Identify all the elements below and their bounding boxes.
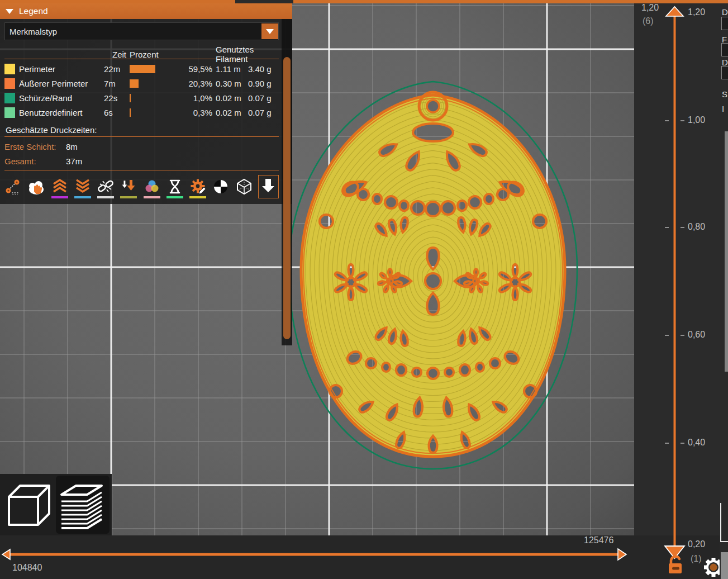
divider <box>4 136 279 137</box>
gcode-viewer-window: Legend Merkmalstyp Zeit Prozent Genutzte… <box>0 0 728 579</box>
feature-used-m: 0.02 m <box>216 108 248 117</box>
feature-color-swatch <box>4 64 15 74</box>
slider-bottom-layer-number: (1) <box>691 554 702 564</box>
slider-top-height: 1,20 <box>641 3 659 13</box>
first-layer-row: Erste Schicht: 8m <box>4 139 279 154</box>
icon-underline <box>28 196 45 198</box>
feature-type-selected: Merkmalstyp <box>9 27 57 36</box>
column-filament: Genutztes Filament <box>216 45 277 64</box>
color-changes-icon[interactable] <box>143 176 161 198</box>
cutoff-label: I <box>722 104 724 113</box>
center-of-gravity-icon[interactable] <box>212 176 230 198</box>
cutoff-scrollbar[interactable] <box>725 131 728 372</box>
cutoff-box-fragment <box>720 503 728 542</box>
slider-bottom-height: 0,20 <box>688 539 705 549</box>
feature-bar <box>129 65 184 73</box>
divider <box>4 170 279 170</box>
feature-used-m: 1.11 m <box>216 64 248 74</box>
custom-gcode-icon[interactable] <box>189 176 207 198</box>
feature-percent: 0,3% <box>184 108 216 117</box>
total-time-row: Gesamt: 37m <box>4 154 279 168</box>
cutoff-label: S <box>722 89 727 99</box>
first-layer-label: Erste Schicht: <box>4 142 66 151</box>
cutoff-corner-scrollbar[interactable] <box>721 552 728 579</box>
collapse-triangle-icon <box>6 9 13 14</box>
shells-icon[interactable] <box>235 176 253 198</box>
legend-panel: Legend Merkmalstyp Zeit Prozent Genutzte… <box>0 3 292 204</box>
icon-underline <box>120 196 137 198</box>
feature-bar <box>129 108 184 117</box>
legend-row[interactable]: Äußerer Perimeter7m20,3%0.30 m0.90 g <box>4 76 279 91</box>
tick-label-top: 1,20 <box>688 7 705 17</box>
icon-underline <box>5 196 22 198</box>
total-time-value: 37m <box>66 156 82 166</box>
travel-moves-icon[interactable] <box>4 176 22 198</box>
feature-label: Benutzerdefiniert <box>19 108 103 117</box>
legend-scrollbar-track[interactable] <box>282 19 292 345</box>
icon-underline <box>166 196 183 198</box>
feature-percent: 20,3% <box>184 79 216 88</box>
feature-label: Schürze/Rand <box>19 93 103 103</box>
feature-time: 22m <box>103 64 129 74</box>
feature-used-g: 3.40 g <box>248 64 277 74</box>
unlock-icon[interactable] <box>666 554 685 577</box>
feature-percent: 1,0% <box>184 93 216 103</box>
tool-changes-icon[interactable] <box>120 176 137 198</box>
feature-label: Perimeter <box>19 64 103 74</box>
legend-title: Legend <box>19 6 48 16</box>
cutoff-input-fragment[interactable] <box>721 43 728 56</box>
legend-column-headers: Zeit Prozent Genutztes Filament <box>4 45 279 57</box>
slider-top-layer-number: (6) <box>643 16 654 26</box>
feature-percent: 59,5% <box>184 64 216 74</box>
tick-label: 1,00 <box>688 115 705 125</box>
dropdown-button[interactable] <box>261 23 278 39</box>
estimated-times-title: Geschätzte Druckzeiten: <box>6 125 279 135</box>
feature-label: Äußerer Perimeter <box>19 79 103 88</box>
feature-used-g: 0.07 g <box>248 108 277 117</box>
legend-header[interactable]: Legend <box>0 3 292 19</box>
feature-used-g: 0.07 g <box>248 93 277 103</box>
icon-underline <box>189 196 206 198</box>
tool-marker-icon[interactable] <box>258 175 279 198</box>
column-percent: Prozent <box>129 50 184 59</box>
feature-bar <box>129 79 184 88</box>
icon-underline <box>212 196 229 198</box>
icon-underline <box>236 196 253 198</box>
feature-used-g: 0.90 g <box>248 79 277 88</box>
feature-used-m: 0.02 m <box>216 93 248 103</box>
feature-used-m: 0.30 m <box>216 79 248 88</box>
first-layer-value: 8m <box>66 142 78 151</box>
deretractions-icon[interactable] <box>74 176 92 198</box>
total-time-label: Gesamt: <box>4 156 66 166</box>
feature-color-swatch <box>4 107 15 118</box>
pause-prints-icon[interactable] <box>166 176 184 198</box>
feature-color-swatch <box>4 93 15 103</box>
icon-underline <box>74 196 91 198</box>
cutoff-input-fragment[interactable] <box>721 17 728 30</box>
icon-underline <box>51 196 68 198</box>
chevron-down-icon <box>266 29 274 34</box>
wipe-icon[interactable] <box>27 176 45 198</box>
legend-body: Merkmalstyp Zeit Prozent Genutztes Filam… <box>0 19 292 204</box>
feature-time: 6s <box>103 108 129 117</box>
column-time: Zeit <box>103 50 129 59</box>
legend-row[interactable]: Schürze/Rand22s1,0%0.02 m0.07 g <box>4 91 279 105</box>
cutoff-label: D <box>722 7 728 17</box>
tick-label: 0,60 <box>688 330 705 340</box>
feature-time: 22s <box>103 93 129 103</box>
feature-type-dropdown[interactable]: Merkmalstyp <box>4 22 279 40</box>
cutoff-input-fragment[interactable] <box>721 66 728 79</box>
legend-row[interactable]: Perimeter22m59,5%1.11 m3.40 g <box>4 61 279 76</box>
legend-toolbar <box>4 175 279 198</box>
legend-rows: Perimeter22m59,5%1.11 m3.40 gÄußerer Per… <box>4 61 279 120</box>
seams-icon[interactable] <box>97 176 115 198</box>
icon-underline <box>144 196 160 198</box>
feature-time: 7m <box>103 79 129 88</box>
tick-label: 0,40 <box>688 438 705 448</box>
legend-scrollbar-thumb[interactable] <box>283 57 291 339</box>
legend-row[interactable]: Benutzerdefiniert6s0,3%0.02 m0.07 g <box>4 105 279 120</box>
icon-underline <box>260 196 277 198</box>
feature-color-swatch <box>4 78 15 89</box>
retractions-icon[interactable] <box>51 176 69 198</box>
feature-bar <box>129 94 184 102</box>
